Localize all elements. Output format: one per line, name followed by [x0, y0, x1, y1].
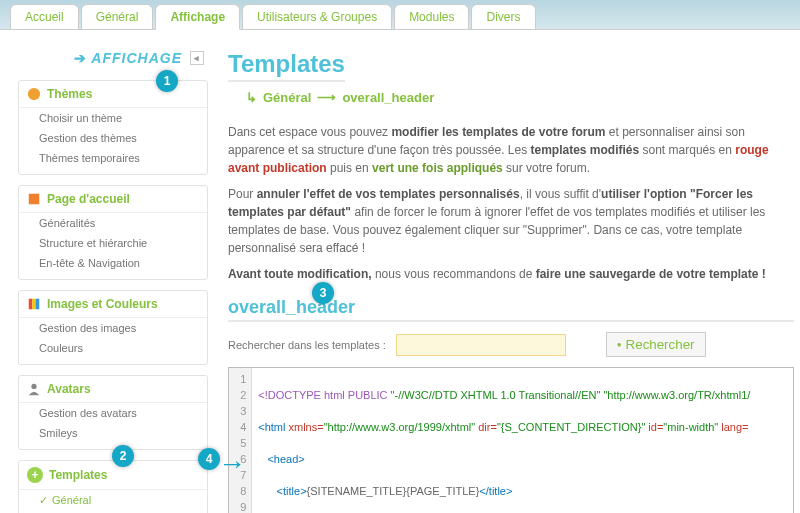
plus-icon: +	[27, 467, 43, 483]
svg-point-0	[28, 88, 40, 100]
page-title: Templates	[228, 50, 345, 82]
group-page: Page d'accueil Généralités Structure et …	[18, 185, 208, 280]
group-header[interactable]: Images et Couleurs	[19, 291, 207, 318]
callout-1: 1	[156, 70, 178, 92]
svg-point-5	[31, 384, 36, 389]
section-title: overall_header	[228, 297, 794, 322]
group-header[interactable]: Thèmes	[19, 81, 207, 108]
tab-modules[interactable]: Modules	[394, 4, 469, 29]
intro-paragraph-2: Pour annuler l'effet de vos templates pe…	[228, 185, 794, 257]
search-button[interactable]: Rechercher	[606, 332, 706, 357]
sidebar-item[interactable]: En-tête & Navigation	[19, 253, 207, 273]
breadcrumb-label: AFFICHAGE	[91, 50, 182, 66]
arrow-icon: ↳	[246, 90, 257, 105]
line-numbers: 1234567891011121314	[229, 368, 252, 513]
path-general[interactable]: Général	[263, 90, 311, 105]
tab-accueil[interactable]: Accueil	[10, 4, 79, 29]
path-overall-header[interactable]: overall_header	[342, 90, 434, 105]
avatar-icon	[27, 382, 41, 396]
search-input[interactable]	[396, 334, 566, 356]
sidebar-item[interactable]: Thèmes temporaires	[19, 148, 207, 168]
page-icon	[27, 192, 41, 206]
callout-4-arrow: →	[218, 448, 246, 480]
intro-paragraph-1: Dans cet espace vous pouvez modifier les…	[228, 123, 794, 177]
arrow-icon: ⟶	[317, 90, 336, 105]
sidebar-item[interactable]: Smileys	[19, 423, 207, 443]
top-tabs: Accueil Général Affichage Utilisateurs &…	[0, 0, 800, 30]
mini-back-icon[interactable]: ◂	[190, 51, 204, 65]
search-row: Rechercher dans les templates : Recherch…	[228, 332, 794, 357]
tab-divers[interactable]: Divers	[471, 4, 535, 29]
back-arrow-icon: ➔	[74, 50, 87, 66]
sidebar-item[interactable]: Généralités	[19, 213, 207, 233]
callout-4: 4	[198, 448, 220, 470]
template-path: ↳ Général ⟶ overall_header	[246, 90, 794, 105]
sidebar-item[interactable]: Gestion des images	[19, 318, 207, 338]
group-themes: Thèmes Choisir un thème Gestion des thèm…	[18, 80, 208, 175]
main-content: Templates ↳ Général ⟶ overall_header Dan…	[228, 42, 800, 513]
sidebar-item[interactable]: Gestion des avatars	[19, 403, 207, 423]
svg-rect-4	[36, 299, 40, 310]
tab-general[interactable]: Général	[81, 4, 154, 29]
palette-icon	[27, 87, 41, 101]
svg-rect-2	[29, 299, 33, 310]
sidebar-item[interactable]: Couleurs	[19, 338, 207, 358]
search-label: Rechercher dans les templates :	[228, 339, 386, 351]
group-header[interactable]: + Templates	[19, 461, 207, 490]
intro-paragraph-3: Avant toute modification, nous vous reco…	[228, 265, 794, 283]
group-templates: + Templates Général Portail Galerie Cale…	[18, 460, 208, 513]
callout-3: 3	[312, 282, 334, 304]
sidebar: ➔ AFFICHAGE ◂ Thèmes Choisir un thème Ge…	[18, 42, 208, 513]
breadcrumb: ➔ AFFICHAGE ◂	[18, 50, 204, 66]
code-editor[interactable]: 1234567891011121314 <!DOCTYPE html PUBLI…	[228, 367, 794, 513]
group-header[interactable]: Avatars	[19, 376, 207, 403]
sidebar-item-general[interactable]: Général	[19, 490, 207, 511]
sidebar-item[interactable]: Choisir un thème	[19, 108, 207, 128]
colors-icon	[27, 297, 41, 311]
tab-users[interactable]: Utilisateurs & Groupes	[242, 4, 392, 29]
group-avatars: Avatars Gestion des avatars Smileys	[18, 375, 208, 450]
svg-rect-3	[32, 299, 36, 310]
group-images: Images et Couleurs Gestion des images Co…	[18, 290, 208, 365]
callout-2: 2	[112, 445, 134, 467]
code-content[interactable]: <!DOCTYPE html PUBLIC "-//W3C//DTD XHTML…	[252, 368, 793, 513]
tab-affichage[interactable]: Affichage	[155, 4, 240, 30]
group-header[interactable]: Page d'accueil	[19, 186, 207, 213]
sidebar-item[interactable]: Gestion des thèmes	[19, 128, 207, 148]
svg-rect-1	[29, 194, 40, 205]
sidebar-item[interactable]: Structure et hiérarchie	[19, 233, 207, 253]
